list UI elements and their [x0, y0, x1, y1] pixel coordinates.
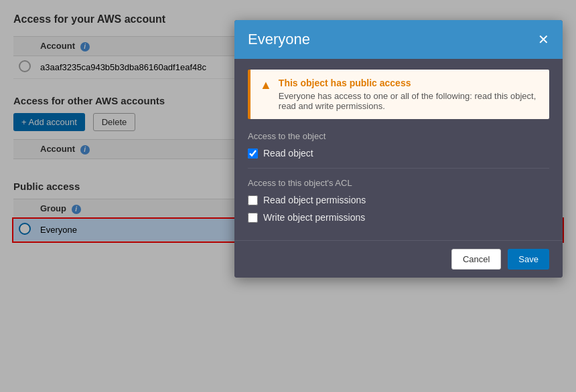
read-object-permissions-checkbox[interactable] — [248, 195, 258, 205]
section-divider — [248, 168, 549, 169]
access-to-acl-label: Access to this object's ACL — [248, 178, 549, 188]
warning-title: This object has public access — [279, 78, 540, 88]
warning-description: Everyone has access to one or all of the… — [279, 91, 540, 111]
write-object-permissions-label: Write object permissions — [263, 212, 365, 223]
warning-icon: ▲ — [260, 78, 272, 92]
read-object-row: Read object — [248, 148, 549, 159]
write-object-permissions-checkbox[interactable] — [248, 213, 258, 223]
read-object-permissions-label: Read object permissions — [263, 195, 366, 205]
modal-title: Everyone — [248, 31, 310, 48]
everyone-modal: Everyone ✕ ▲ This object has public acce… — [234, 20, 563, 278]
modal-body: ▲ This object has public access Everyone… — [234, 59, 563, 240]
modal-close-button[interactable]: ✕ — [538, 33, 549, 46]
warning-banner: ▲ This object has public access Everyone… — [248, 70, 549, 119]
read-object-label: Read object — [263, 148, 313, 159]
warning-text: This object has public access Everyone h… — [279, 78, 540, 111]
save-button[interactable]: Save — [508, 249, 549, 270]
modal-footer: Cancel Save — [234, 240, 563, 278]
cancel-button[interactable]: Cancel — [451, 249, 501, 270]
read-object-checkbox[interactable] — [248, 149, 258, 159]
read-object-permissions-row: Read object permissions — [248, 195, 549, 205]
access-to-object-label: Access to the object — [248, 131, 549, 141]
write-object-permissions-row: Write object permissions — [248, 212, 549, 223]
modal-header: Everyone ✕ — [234, 20, 563, 59]
